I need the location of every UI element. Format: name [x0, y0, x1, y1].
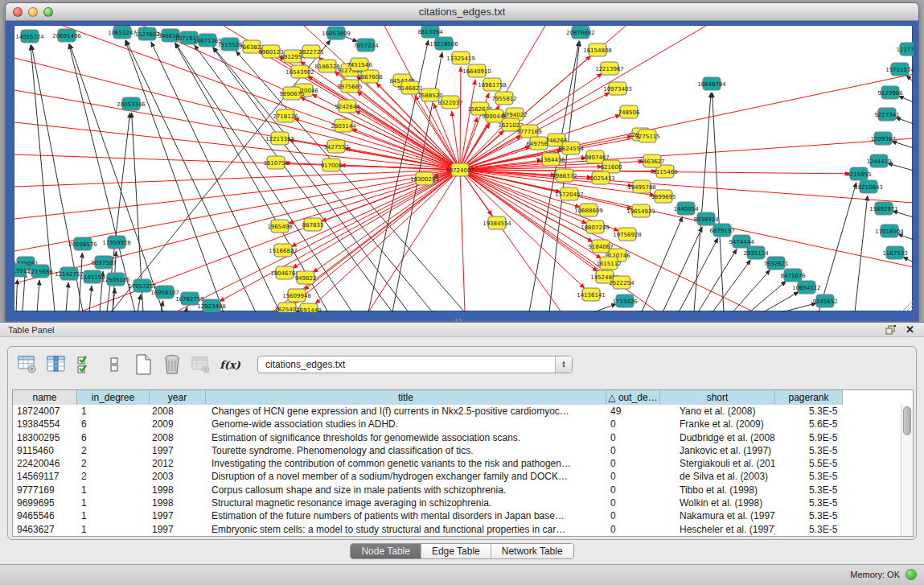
column-header-short[interactable]: short [660, 390, 775, 405]
close-panel-icon[interactable]: ✕ [906, 324, 914, 336]
table-cell[interactable]: Estimation of significance thresholds fo… [206, 431, 606, 444]
table-cell[interactable]: Embryonic stem cells: a model to study s… [206, 523, 606, 536]
table-cell[interactable]: Nakamura et al. (1997) [660, 509, 775, 522]
table-cell[interactable]: 9465546 [13, 509, 77, 522]
table-cell[interactable]: Tourette syndrome. Phenomenology and cla… [206, 444, 606, 457]
column-header-out_de[interactable]: △ out_de… [606, 390, 660, 405]
table-cell[interactable]: 2003 [150, 470, 206, 483]
table-cell[interactable]: 1 [77, 484, 150, 496]
table-cell[interactable]: 0 [606, 457, 660, 470]
table-cell[interactable]: 9777169 [13, 484, 77, 496]
column-edit-icon[interactable] [45, 353, 68, 376]
window-titlebar[interactable]: citations_edges.txt [6, 3, 918, 21]
table-cell[interactable]: 2 [77, 444, 150, 457]
column-header-year[interactable]: year [150, 390, 206, 405]
table-row[interactable]: 1872400712008Changes of HCN gene express… [13, 405, 901, 418]
table-mode-icon[interactable] [16, 353, 39, 376]
table-cell[interactable]: Structural magnetic resonance image aver… [206, 496, 606, 509]
tab-network-table[interactable]: Network Table [491, 544, 573, 558]
table-cell[interactable]: 0 [606, 418, 660, 431]
table-cell[interactable]: Tibbo et al. (1998) [660, 484, 775, 496]
row-height-icon[interactable] [103, 353, 125, 376]
table-cell[interactable]: 0 [606, 496, 660, 509]
table-cell[interactable]: 2008 [150, 431, 206, 444]
table-cell[interactable]: Yano et al. (2008) [660, 405, 775, 418]
table-cell[interactable]: 1 [77, 496, 150, 509]
table-cell[interactable]: 6 [77, 431, 150, 444]
table-cell[interactable]: 1997 [150, 444, 206, 457]
table-row[interactable]: 946362711997Embryonic stem cells: a mode… [13, 523, 901, 536]
table-cell[interactable]: 1 [77, 509, 150, 522]
table-cell[interactable]: 1998 [150, 496, 206, 509]
table-cell[interactable]: 0 [606, 484, 660, 496]
table-cell[interactable]: Stergiakouli et al. (2012) [660, 457, 775, 470]
table-cell[interactable]: 5.3E-5 [775, 523, 843, 536]
table-cell[interactable]: 1997 [150, 523, 206, 536]
table-vertical-scrollbar[interactable] [901, 405, 913, 536]
table-cell[interactable]: 0 [606, 509, 660, 522]
table-cell[interactable]: 0 [606, 431, 660, 444]
table-cell[interactable]: 19384554 [13, 418, 77, 431]
table-cell[interactable]: 1 [77, 405, 150, 418]
table-cell[interactable]: Dudbridge et al. (2008) [660, 431, 775, 444]
table-cell[interactable]: Disruption of a novel member of a sodium… [206, 470, 606, 483]
table-cell[interactable]: 9463627 [13, 523, 77, 536]
column-header-title[interactable]: title [206, 390, 606, 405]
table-cell[interactable]: 0 [606, 444, 660, 457]
table-cell[interactable]: 5.3E-5 [775, 444, 843, 457]
table-cell[interactable]: Corpus callosum shape and size in male p… [206, 484, 606, 496]
column-header-name[interactable]: name [13, 390, 77, 405]
table-cell[interactable]: 2 [77, 470, 150, 483]
table-row[interactable]: 1938455462009Genome-wide association stu… [13, 418, 901, 431]
table-cell[interactable]: 5.6E-5 [775, 418, 843, 431]
table-cell[interactable]: 9115460 [13, 444, 77, 457]
table-row[interactable]: 1830029562008Estimation of significance … [13, 431, 901, 444]
table-cell[interactable]: 49 [606, 405, 660, 418]
table-cell[interactable]: 5.5E-5 [775, 457, 843, 470]
function-builder-icon[interactable]: f(x) [219, 353, 241, 376]
table-cell[interactable]: 22420046 [13, 457, 77, 470]
table-cell[interactable]: Changes of HCN gene expression and I(f) … [206, 405, 606, 418]
table-cell[interactable]: 1998 [150, 484, 206, 496]
table-cell[interactable]: 2 [77, 457, 150, 470]
combo-stepper-icon[interactable]: ▲▼ [555, 356, 572, 373]
table-cell[interactable]: de Silva et al. (2003) [660, 470, 775, 483]
table-cell[interactable]: 9699695 [13, 496, 77, 509]
table-cell[interactable]: Genome-wide association studies in ADHD. [206, 418, 606, 431]
table-cell[interactable]: 5.3E-5 [775, 496, 843, 509]
column-header-in_degree[interactable]: in_degree [77, 390, 150, 405]
table-cell[interactable]: Hescheler et al. (1997) [660, 523, 775, 536]
table-row[interactable]: 1456911722003Disruption of a novel membe… [13, 470, 901, 483]
delete-table-icon[interactable] [161, 353, 183, 376]
memory-status-indicator[interactable] [906, 569, 917, 580]
table-cell[interactable]: 1 [77, 523, 150, 536]
table-cell[interactable]: 6 [77, 418, 150, 431]
table-cell[interactable]: 5.3E-5 [775, 509, 843, 522]
table-cell[interactable]: 18724007 [13, 405, 77, 418]
table-row[interactable]: 2242004622012Investigating the contribut… [13, 457, 901, 470]
table-cell[interactable]: 18300295 [13, 431, 77, 444]
column-header-pagerank[interactable]: pagerank [775, 390, 843, 405]
table-cell[interactable]: 2009 [150, 418, 206, 431]
table-cell[interactable]: 5.3E-5 [775, 484, 843, 496]
float-panel-icon[interactable] [885, 325, 896, 335]
table-cell[interactable]: Jankovic et al. (1997) [660, 444, 775, 457]
table-cell[interactable]: 2008 [150, 405, 206, 418]
select-rows-icon[interactable] [74, 353, 97, 376]
tab-node-table[interactable]: Node Table [351, 544, 421, 558]
table-cell[interactable]: 5.3E-5 [775, 405, 843, 418]
tab-edge-table[interactable]: Edge Table [421, 544, 491, 558]
table-row[interactable]: 969969511998Structural magnetic resonanc… [13, 496, 901, 509]
canvas-resize-grip[interactable] [902, 301, 913, 311]
network-canvas[interactable]: 1405572420691406106532471527602946616010… [14, 25, 913, 311]
new-table-icon[interactable] [132, 353, 154, 376]
network-select[interactable]: citations_edges.txt ▲▼ [257, 356, 573, 373]
table-cell[interactable]: 2012 [150, 457, 206, 470]
table-cell[interactable]: 5.3E-5 [775, 470, 843, 483]
table-cell[interactable]: Wolkin et al. (1998) [660, 496, 775, 509]
table-cell[interactable]: Franke et al. (2009) [660, 418, 775, 431]
table-cell[interactable]: 1997 [150, 509, 206, 522]
table-row[interactable]: 946554611997Estimation of the future num… [13, 509, 901, 522]
table-cell[interactable]: 0 [606, 470, 660, 483]
table-cell[interactable]: Estimation of the future numbers of pati… [206, 509, 606, 522]
